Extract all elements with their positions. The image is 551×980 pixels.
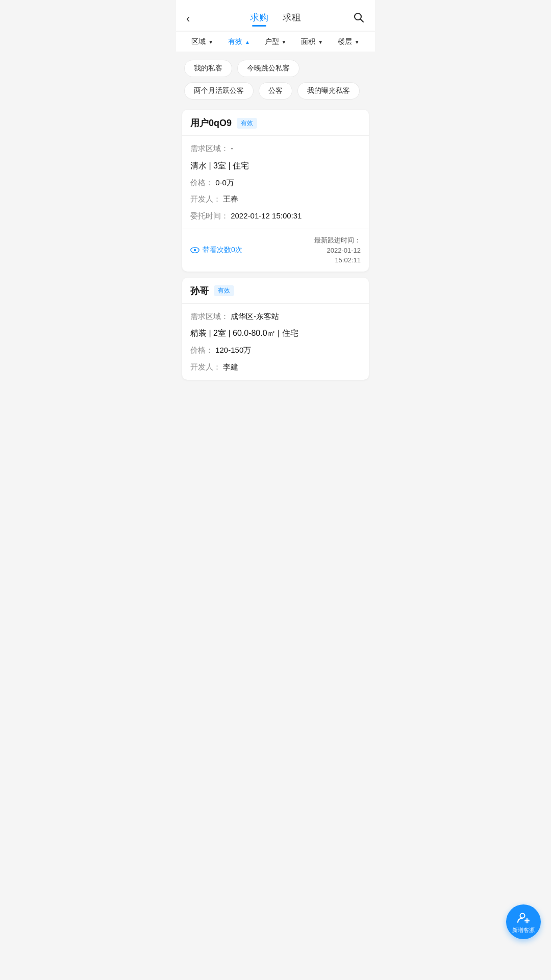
card-1-developer: 开发人： 王春 — [190, 193, 361, 205]
card-1-commission: 委托时间： 2022-01-12 15:00:31 — [190, 210, 361, 222]
card-1[interactable]: 用户0qO9 有效 需求区域： - 清水 | 3室 | 住宅 价格： 0-0万 … — [182, 110, 369, 272]
tag-two-month-active[interactable]: 两个月活跃公客 — [184, 82, 254, 100]
filter-layout-label: 户型 — [265, 37, 279, 46]
header-tabs: 求购 求租 — [250, 11, 301, 27]
tab-buy[interactable]: 求购 — [250, 11, 268, 27]
tag-my-exposure[interactable]: 我的曝光私客 — [297, 82, 360, 100]
card-1-property-info: 清水 | 3室 | 住宅 — [190, 160, 361, 172]
card-1-demand-area-value: - — [231, 144, 233, 153]
filter-area-size-label: 面积 — [301, 37, 315, 46]
card-2-body: 需求区域： 成华区-东客站 精装 | 2室 | 60.0-80.0㎡ | 住宅 … — [182, 304, 369, 380]
card-1-view-count-label: 带看次数0次 — [203, 246, 242, 255]
card-2-badge: 有效 — [214, 285, 234, 296]
search-button[interactable] — [346, 11, 365, 27]
filter-area[interactable]: 区域 ▼ — [184, 37, 221, 46]
filter-floor-arrow: ▼ — [355, 39, 360, 45]
back-button[interactable]: ‹ — [186, 12, 205, 26]
eye-icon — [190, 246, 199, 255]
card-1-price: 价格： 0-0万 — [190, 177, 361, 189]
filter-valid-label: 有效 — [228, 37, 242, 46]
card-1-commission-label: 委托时间： — [190, 211, 229, 220]
card-1-developer-value: 王春 — [223, 194, 238, 203]
card-1-latest-follow-time: 2022-01-1215:02:11 — [314, 246, 361, 265]
card-2-demand-area: 需求区域： 成华区-东客站 — [190, 311, 361, 323]
card-2-developer: 开发人： 李建 — [190, 361, 361, 373]
card-2-demand-area-value: 成华区-东客站 — [231, 312, 279, 321]
card-2-price-label: 价格： — [190, 346, 213, 354]
card-1-latest-follow-label: 最新跟进时间： — [314, 236, 361, 244]
filter-floor-label: 楼层 — [338, 37, 352, 46]
card-1-footer: 带看次数0次 最新跟进时间： 2022-01-1215:02:11 — [182, 229, 369, 272]
card-2-developer-label: 开发人： — [190, 362, 221, 371]
header: ‹ 求购 求租 — [176, 0, 375, 31]
card-1-header: 用户0qO9 有效 — [182, 110, 369, 136]
card-1-badge: 有效 — [237, 118, 257, 129]
svg-line-1 — [361, 19, 364, 22]
card-2[interactable]: 孙哥 有效 需求区域： 成华区-东客站 精装 | 2室 | 60.0-80.0㎡… — [182, 278, 369, 380]
card-1-title: 用户0qO9 — [190, 117, 232, 129]
filter-layout-arrow: ▼ — [282, 39, 287, 45]
card-1-view-count[interactable]: 带看次数0次 — [190, 246, 242, 255]
tag-my-private[interactable]: 我的私客 — [184, 60, 232, 77]
card-1-commission-value: 2022-01-12 15:00:31 — [231, 211, 302, 220]
card-2-property-info: 精装 | 2室 | 60.0-80.0㎡ | 住宅 — [190, 327, 361, 339]
card-1-demand-area: 需求区域： - — [190, 143, 361, 155]
card-1-developer-label: 开发人： — [190, 194, 221, 203]
card-2-developer-value: 李建 — [223, 362, 238, 371]
card-2-title: 孙哥 — [190, 285, 209, 297]
cards-section: 用户0qO9 有效 需求区域： - 清水 | 3室 | 住宅 价格： 0-0万 … — [176, 104, 375, 386]
svg-point-3 — [194, 249, 196, 252]
filter-area-size-arrow: ▼ — [318, 39, 323, 45]
card-1-price-label: 价格： — [190, 178, 213, 187]
tag-section: 我的私客 今晚跳公私客 两个月活跃公客 公客 我的曝光私客 — [176, 52, 375, 104]
card-2-price: 价格： 120-150万 — [190, 345, 361, 356]
card-1-body: 需求区域： - 清水 | 3室 | 住宅 价格： 0-0万 开发人： 王春 委托… — [182, 136, 369, 229]
tag-public[interactable]: 公客 — [259, 82, 292, 100]
filter-bar: 区域 ▼ 有效 ▲ 户型 ▼ 面积 ▼ 楼层 ▼ — [176, 32, 375, 52]
filter-area-arrow: ▼ — [208, 39, 213, 45]
filter-floor[interactable]: 楼层 ▼ — [330, 37, 367, 46]
filter-area-size[interactable]: 面积 ▼ — [294, 37, 331, 46]
card-1-demand-area-label: 需求区域： — [190, 144, 229, 153]
tab-rent[interactable]: 求租 — [283, 11, 301, 27]
card-2-demand-area-label: 需求区域： — [190, 312, 229, 321]
card-2-price-value: 120-150万 — [215, 346, 251, 354]
filter-layout[interactable]: 户型 ▼ — [257, 37, 294, 46]
card-1-latest-follow: 最新跟进时间： 2022-01-1215:02:11 — [314, 235, 361, 265]
filter-valid-arrow: ▲ — [245, 39, 250, 45]
card-1-price-value: 0-0万 — [215, 178, 234, 187]
filter-area-label: 区域 — [191, 37, 206, 46]
tag-tonight-jump[interactable]: 今晚跳公私客 — [237, 60, 299, 77]
filter-valid[interactable]: 有效 ▲ — [221, 37, 258, 46]
card-2-header: 孙哥 有效 — [182, 278, 369, 304]
tag-row: 我的私客 今晚跳公私客 两个月活跃公客 公客 我的曝光私客 — [184, 60, 367, 100]
